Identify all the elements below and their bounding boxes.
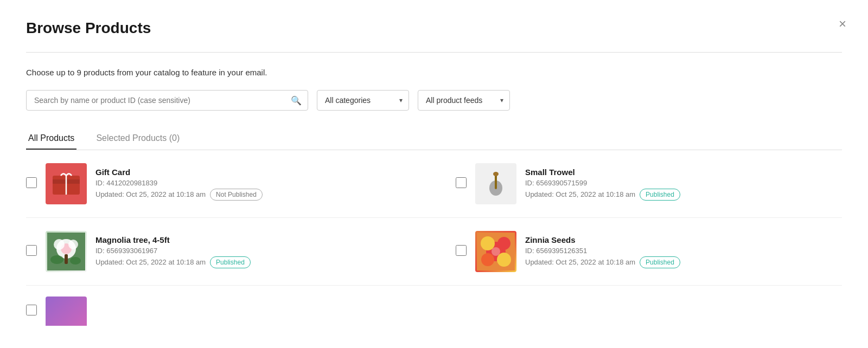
svg-point-19: [497, 253, 511, 267]
product-image-magnolia: [46, 231, 87, 272]
product-id: ID: 6569390571599: [525, 179, 833, 187]
svg-rect-4: [495, 174, 497, 189]
product-info: Gift Card ID: 4412020981839 Updated: Oct…: [95, 167, 412, 201]
svg-point-16: [481, 236, 495, 250]
search-wrapper: 🔍: [26, 90, 308, 111]
svg-rect-11: [65, 254, 68, 264]
categories-dropdown[interactable]: All categories: [317, 90, 409, 111]
browse-products-modal: × Browse Products Choose up to 9 product…: [0, 0, 868, 348]
close-button[interactable]: ×: [839, 17, 846, 30]
product-image-zinnia: [475, 231, 516, 272]
feeds-dropdown-wrapper: All product feeds ▾: [418, 90, 510, 111]
product-id: ID: 6569393061967: [95, 247, 412, 255]
product-image-trowel: [475, 163, 516, 204]
svg-point-20: [492, 247, 500, 256]
product-checkbox-wrap: [26, 245, 37, 258]
product-checkbox[interactable]: [26, 305, 37, 315]
product-checkbox[interactable]: [456, 177, 467, 188]
product-image-gift-card: [46, 163, 87, 204]
svg-point-9: [54, 239, 65, 250]
divider: [26, 52, 842, 53]
status-badge: Not Published: [210, 189, 263, 201]
svg-point-17: [497, 237, 510, 250]
product-checkbox-wrap: [456, 177, 467, 190]
product-updated: Updated: Oct 25, 2022 at 10:18 am Publis…: [525, 256, 833, 268]
status-badge: Published: [640, 189, 680, 201]
product-checkbox[interactable]: [26, 245, 37, 256]
svg-point-10: [68, 240, 78, 249]
feeds-dropdown[interactable]: All product feeds: [418, 90, 510, 111]
status-badge: Published: [640, 256, 680, 268]
categories-dropdown-wrapper: All categories ▾: [317, 90, 409, 111]
partial-product-image: [46, 297, 87, 326]
product-updated: Updated: Oct 25, 2022 at 10:18 am Not Pu…: [95, 189, 412, 201]
products-grid: Gift Card ID: 4412020981839 Updated: Oct…: [26, 150, 842, 326]
product-name: Gift Card: [95, 167, 412, 177]
product-info: Small Trowel ID: 6569390571599 Updated: …: [525, 167, 833, 201]
product-name: Magnolia tree, 4-5ft: [95, 235, 412, 244]
product-row: Small Trowel ID: 6569390571599 Updated: …: [434, 150, 842, 218]
tab-selected-products[interactable]: Selected Products (0): [94, 128, 182, 150]
product-checkbox-wrap: [456, 245, 467, 258]
product-checkbox-wrap: [26, 305, 37, 318]
filters-row: 🔍 All categories ▾ All product feeds ▾: [26, 90, 842, 111]
svg-point-13: [70, 257, 81, 265]
tabs-row: All Products Selected Products (0): [26, 128, 842, 150]
svg-point-12: [50, 255, 63, 264]
status-badge: Published: [210, 256, 251, 268]
tab-all-products[interactable]: All Products: [26, 128, 76, 150]
product-updated: Updated: Oct 25, 2022 at 10:18 am Publis…: [525, 189, 833, 201]
product-name: Zinnia Seeds: [525, 235, 833, 244]
product-row: Zinnia Seeds ID: 6569395126351 Updated: …: [434, 218, 842, 286]
subtitle-text: Choose up to 9 products from your catalo…: [26, 68, 842, 77]
product-updated: Updated: Oct 25, 2022 at 10:18 am Publis…: [95, 256, 412, 268]
product-id: ID: 6569395126351: [525, 247, 833, 255]
svg-point-18: [481, 253, 494, 266]
product-id: ID: 4412020981839: [95, 179, 412, 187]
svg-point-5: [493, 172, 499, 176]
product-info: Zinnia Seeds ID: 6569395126351 Updated: …: [525, 235, 833, 268]
product-checkbox[interactable]: [456, 245, 467, 256]
modal-title: Browse Products: [26, 20, 842, 37]
product-row: Gift Card ID: 4412020981839 Updated: Oct…: [26, 150, 434, 218]
search-input[interactable]: [26, 90, 308, 111]
product-checkbox[interactable]: [26, 177, 37, 188]
product-row: Magnolia tree, 4-5ft ID: 6569393061967 U…: [26, 218, 434, 286]
product-name: Small Trowel: [525, 167, 833, 177]
product-checkbox-wrap: [26, 177, 37, 190]
partial-product-row: [26, 286, 434, 326]
product-info: Magnolia tree, 4-5ft ID: 6569393061967 U…: [95, 235, 412, 268]
